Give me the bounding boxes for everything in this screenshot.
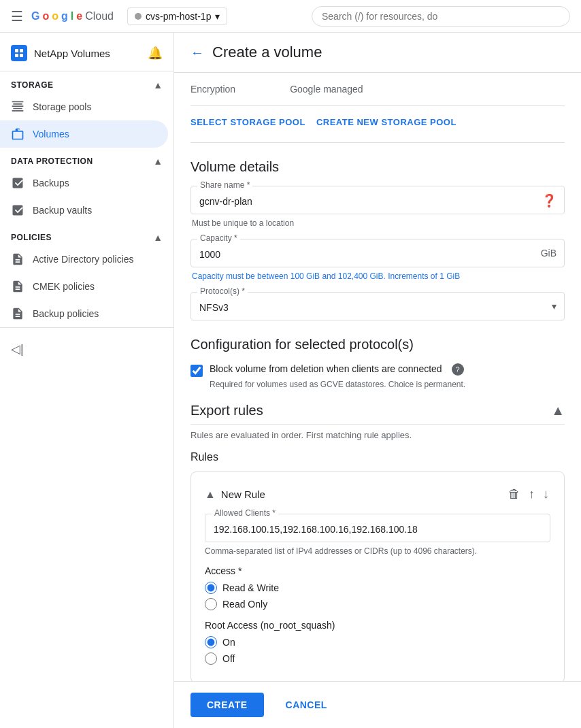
svg-rect-0: [15, 49, 18, 52]
encryption-label: Encryption: [190, 84, 235, 95]
cmek-icon: [11, 280, 24, 293]
capacity-unit: GiB: [541, 248, 557, 259]
project-dot: [135, 13, 142, 20]
export-rules-header: Export rules ▲: [190, 389, 565, 425]
notification-bell-icon[interactable]: 🔔: [148, 46, 163, 61]
root-access-off-label: Off: [222, 653, 235, 664]
access-label: Access *: [205, 565, 550, 576]
rule-move-up-button[interactable]: ↑: [527, 486, 536, 503]
back-button[interactable]: ←: [190, 45, 204, 61]
storage-section-header: Storage ▲: [0, 71, 173, 93]
share-name-field: Share name * ❓: [190, 186, 565, 214]
block-volume-row: Block volume from deletion when clients …: [190, 363, 565, 377]
access-read-write-label: Read & Write: [222, 582, 279, 593]
svg-rect-3: [20, 54, 23, 57]
root-access-on-radio[interactable]: [205, 636, 217, 648]
rule-title: New Rule: [221, 489, 501, 500]
volume-details-title: Volume details: [190, 159, 565, 175]
capacity-help: Capacity must be between 100 GiB and 102…: [190, 271, 565, 281]
rule-card-header: ▲ New Rule 🗑 ↑ ↓: [205, 486, 550, 503]
tab-select-storage-pool[interactable]: SELECT STORAGE POOL: [190, 117, 305, 131]
sidebar-item-backups[interactable]: Backups: [0, 169, 168, 197]
data-protection-section-header: Data protection ▲: [0, 148, 173, 169]
data-protection-chevron-icon[interactable]: ▲: [153, 156, 163, 167]
root-access-on-label: On: [222, 637, 235, 648]
main-layout: NetApp Volumes 🔔 Storage ▲ Storage pools…: [0, 33, 581, 728]
rule-move-down-button[interactable]: ↓: [542, 486, 550, 503]
capacity-input[interactable]: [190, 239, 565, 267]
share-name-input[interactable]: [190, 186, 565, 214]
capacity-field: Capacity * GiB: [190, 239, 565, 267]
cancel-button[interactable]: CANCEL: [272, 693, 341, 717]
protocol-select[interactable]: NFSv3 NFSv4 SMB: [190, 292, 565, 320]
export-rules-chevron-icon[interactable]: ▲: [551, 403, 565, 418]
tab-create-new-storage-pool[interactable]: CREATE NEW STORAGE POOL: [316, 117, 456, 131]
sidebar-item-backup-vaults[interactable]: Backup vaults: [0, 197, 168, 224]
protocol-label: Protocol(s) *: [197, 286, 248, 296]
content-area: ← Create a volume Encryption Google mana…: [174, 33, 581, 681]
topbar: ☰ Google Cloud cvs-pm-host-1p ▾: [0, 0, 581, 33]
project-selector[interactable]: cvs-pm-host-1p ▾: [127, 7, 227, 25]
access-read-only-radio[interactable]: [205, 598, 217, 610]
block-volume-sub: Required for volumes used as GCVE datast…: [210, 380, 565, 389]
policies-chevron-icon[interactable]: ▲: [153, 232, 163, 243]
sidebar-item-label-cmek: CMEK policies: [33, 281, 95, 292]
storage-chevron-icon[interactable]: ▲: [153, 80, 163, 90]
block-volume-label: Block volume from deletion when clients …: [210, 363, 442, 374]
sidebar-item-active-directory[interactable]: Active Directory policies: [0, 246, 168, 273]
page-header: ← Create a volume: [174, 33, 581, 73]
access-read-only-label: Read Only: [222, 599, 267, 610]
encryption-row: Encryption Google managed: [190, 73, 565, 106]
encryption-value: Google managed: [290, 84, 363, 95]
allowed-clients-input[interactable]: [205, 514, 550, 542]
block-volume-help-icon[interactable]: ?: [452, 363, 464, 376]
new-rule-card: ▲ New Rule 🗑 ↑ ↓ Allowed Clients * Comm: [190, 471, 565, 681]
sidebar-app-header: NetApp Volumes 🔔: [0, 38, 173, 71]
project-name: cvs-pm-host-1p: [146, 11, 211, 22]
collapse-sidebar-icon: ◁|: [11, 342, 24, 357]
rule-collapse-icon[interactable]: ▲: [205, 489, 216, 501]
content-body: Encryption Google managed SELECT STORAGE…: [174, 73, 581, 681]
allowed-clients-label: Allowed Clients *: [212, 508, 278, 518]
root-access-off-radio[interactable]: [205, 652, 217, 665]
data-protection-section-title: Data protection: [11, 156, 93, 166]
app-icon: [11, 45, 27, 61]
sidebar-item-backup-policies[interactable]: Backup policies: [0, 300, 168, 327]
sidebar-item-label-backups: Backups: [33, 178, 69, 188]
svg-rect-2: [15, 54, 18, 57]
backups-icon: [11, 176, 24, 190]
root-access-on-row: On: [205, 636, 550, 648]
share-name-help: Must be unique to a location: [190, 218, 565, 228]
create-button[interactable]: CREATE: [190, 693, 264, 717]
volumes-icon: [11, 127, 24, 141]
sidebar-item-label-active-directory: Active Directory policies: [33, 254, 134, 265]
share-name-help-icon[interactable]: ❓: [542, 193, 557, 208]
menu-icon[interactable]: ☰: [11, 8, 23, 24]
storage-pool-tabs: SELECT STORAGE POOL CREATE NEW STORAGE P…: [190, 106, 565, 143]
svg-rect-1: [20, 49, 23, 52]
active-directory-icon: [11, 252, 24, 266]
export-rules-title: Export rules: [190, 403, 263, 418]
root-access-label: Root Access (no_root_squash): [205, 620, 550, 631]
search-input[interactable]: [312, 6, 570, 27]
policies-section-header: Policies ▲: [0, 224, 173, 246]
block-volume-checkbox[interactable]: [190, 365, 203, 377]
protocol-field: Protocol(s) * NFSv3 NFSv4 SMB ▾: [190, 292, 565, 320]
sidebar-item-cmek[interactable]: CMEK policies: [0, 273, 168, 300]
google-cloud-logo: Google Cloud: [31, 10, 114, 22]
rule-actions: 🗑 ↑ ↓: [507, 486, 550, 503]
export-rules-desc: Rules are evaluated in order. First matc…: [190, 425, 565, 451]
sidebar-item-volumes[interactable]: Volumes: [0, 120, 168, 148]
sidebar-item-label-backup-policies: Backup policies: [33, 308, 99, 319]
access-read-write-radio[interactable]: [205, 582, 217, 594]
access-read-only-row: Read Only: [205, 598, 550, 610]
sidebar-item-label-backup-vaults: Backup vaults: [33, 205, 92, 216]
sidebar-item-storage-pools[interactable]: Storage pools: [0, 93, 168, 120]
storage-section-title: Storage: [11, 80, 54, 90]
collapse-sidebar-btn[interactable]: ◁|: [0, 327, 173, 370]
sidebar-app-title: NetApp Volumes: [34, 48, 110, 59]
backup-policies-icon: [11, 307, 24, 320]
config-section-title: Configuration for selected protocol(s): [190, 337, 565, 352]
share-name-label: Share name *: [197, 180, 252, 190]
rule-delete-button[interactable]: 🗑: [507, 486, 522, 503]
